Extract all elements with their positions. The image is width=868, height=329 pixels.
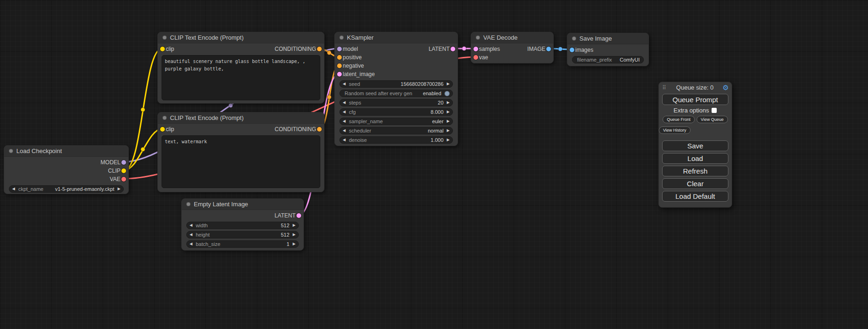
node-clip-text-encode-positive[interactable]: CLIP Text Encode (Prompt) clip CONDITION…	[157, 32, 325, 104]
drag-handle-icon[interactable]: ⠿	[662, 84, 666, 91]
increment-arrow-icon[interactable]: ▶	[447, 138, 450, 142]
input-slot-vae[interactable]	[473, 55, 478, 60]
settings-gear-icon[interactable]: ⚙	[723, 84, 729, 91]
widget-width[interactable]: ◀ width 512 ▶	[186, 222, 299, 229]
increment-arrow-icon[interactable]: ▶	[293, 233, 296, 237]
increment-arrow-icon[interactable]: ▶	[447, 101, 450, 105]
increment-arrow-icon[interactable]: ▶	[447, 129, 450, 133]
decrement-arrow-icon[interactable]: ◀	[190, 242, 192, 246]
node-clip-text-encode-negative[interactable]: CLIP Text Encode (Prompt) clip CONDITION…	[157, 112, 325, 192]
widget-scheduler[interactable]: ◀ scheduler normal ▶	[339, 127, 453, 134]
decrement-arrow-icon[interactable]: ◀	[190, 224, 192, 227]
view-history-button[interactable]: View History	[659, 126, 691, 134]
output-slot-latent[interactable]	[296, 213, 301, 218]
decrement-arrow-icon[interactable]: ◀	[343, 119, 346, 123]
widget-random-seed-toggle[interactable]: Random seed after every gen enabled	[339, 90, 453, 97]
node-graph-canvas[interactable]: Load Checkpoint MODEL CLIP VAE ◀ ckpt_na…	[0, 0, 868, 329]
output-slot-vae[interactable]	[121, 177, 126, 182]
decrement-arrow-icon[interactable]: ◀	[343, 82, 346, 86]
collapse-dot-icon[interactable]	[9, 149, 13, 153]
widget-sampler-name[interactable]: ◀ sampler_name euler ▶	[339, 118, 453, 125]
input-slot-negative[interactable]	[337, 63, 342, 68]
widget-label: steps	[349, 100, 361, 105]
decrement-arrow-icon[interactable]: ◀	[343, 138, 346, 142]
link-midpoint-dot	[229, 104, 233, 108]
queue-front-button[interactable]: Queue Front	[663, 116, 695, 123]
increment-arrow-icon[interactable]: ▶	[447, 119, 450, 123]
increment-arrow-icon[interactable]: ▶	[118, 187, 120, 191]
collapse-dot-icon[interactable]	[186, 202, 191, 206]
collapse-dot-icon[interactable]	[476, 35, 480, 40]
queue-panel-header: ⠿ Queue size: 0 ⚙	[659, 82, 732, 91]
node-title: KSampler	[347, 34, 374, 41]
node-load-checkpoint[interactable]: Load Checkpoint MODEL CLIP VAE ◀ ckpt_na…	[4, 145, 129, 194]
node-title-bar[interactable]: VAE Decode	[471, 32, 553, 43]
node-title-bar[interactable]: KSampler	[335, 32, 458, 43]
node-title-bar[interactable]: CLIP Text Encode (Prompt)	[158, 112, 324, 124]
input-slot-model[interactable]	[337, 47, 342, 51]
toggle-dot-icon[interactable]	[445, 91, 450, 96]
output-slot-clip[interactable]	[121, 168, 126, 173]
increment-arrow-icon[interactable]: ▶	[293, 242, 296, 246]
node-empty-latent-image[interactable]: Empty Latent Image LATENT ◀ width 512 ▶ …	[181, 198, 304, 251]
collapse-dot-icon[interactable]	[339, 35, 344, 40]
collapse-dot-icon[interactable]	[162, 35, 167, 40]
widget-value: 8.000	[430, 109, 444, 115]
widget-filename-prefix[interactable]: filename_prefix ComfyUI	[572, 56, 644, 63]
widget-seed[interactable]: ◀ seed 156680208700286 ▶	[339, 80, 453, 88]
view-queue-button[interactable]: View Queue	[697, 116, 728, 123]
input-slot-clip[interactable]	[160, 47, 165, 51]
decrement-arrow-icon[interactable]: ◀	[12, 187, 15, 191]
widget-label: width	[196, 223, 208, 228]
widget-label: seed	[349, 81, 360, 87]
input-slot-latent-image[interactable]	[337, 72, 342, 77]
input-slot-images[interactable]	[570, 48, 574, 52]
output-slot-conditioning[interactable]	[317, 47, 322, 51]
increment-arrow-icon[interactable]: ▶	[293, 224, 296, 227]
output-slot-conditioning[interactable]	[317, 127, 322, 132]
node-title-bar[interactable]: CLIP Text Encode (Prompt)	[158, 32, 324, 43]
node-ksampler[interactable]: KSampler model LATENT positive negative …	[334, 32, 458, 146]
input-slot-positive[interactable]	[337, 55, 342, 60]
decrement-arrow-icon[interactable]: ◀	[343, 101, 346, 105]
node-vae-decode[interactable]: VAE Decode samples IMAGE vae	[471, 32, 554, 63]
output-label-conditioning: CONDITIONING	[275, 46, 316, 52]
clear-button[interactable]: Clear	[662, 178, 728, 189]
queue-prompt-button[interactable]: Queue Prompt	[662, 94, 728, 105]
widget-ckpt-name[interactable]: ◀ ckpt_name v1-5-pruned-emaonly.ckpt ▶	[9, 185, 124, 193]
queue-small-buttons-row: Queue Front View Queue	[659, 116, 732, 123]
refresh-button[interactable]: Refresh	[662, 166, 728, 176]
link-midpoint-dot	[141, 108, 145, 112]
input-slot-samples[interactable]	[473, 47, 478, 51]
collapse-dot-icon[interactable]	[162, 116, 167, 120]
input-label-model: model	[343, 46, 358, 52]
extra-options-checkbox[interactable]	[712, 108, 717, 113]
input-slot-clip[interactable]	[160, 127, 165, 132]
widget-height[interactable]: ◀ height 512 ▶	[186, 231, 299, 238]
node-title-bar[interactable]: Save Image	[567, 33, 649, 44]
widget-batch-size[interactable]: ◀ batch_size 1 ▶	[186, 240, 299, 248]
prompt-textarea[interactable]: beautiful scenery nature glass bottle la…	[162, 55, 320, 100]
output-slot-latent[interactable]	[451, 47, 455, 51]
widget-denoise[interactable]: ◀ denoise 1.000 ▶	[339, 136, 453, 144]
load-button[interactable]: Load	[662, 153, 728, 164]
load-default-button[interactable]: Load Default	[662, 191, 728, 202]
increment-arrow-icon[interactable]: ▶	[447, 110, 450, 114]
output-slot-image[interactable]	[546, 47, 551, 51]
node-save-image[interactable]: Save Image images filename_prefix ComfyU…	[567, 33, 649, 66]
prompt-textarea[interactable]: text, watermark	[162, 135, 320, 188]
widget-label: scheduler	[349, 128, 371, 133]
node-title-bar[interactable]: Empty Latent Image	[182, 199, 303, 210]
output-label-model: MODEL	[100, 159, 120, 166]
node-title-bar[interactable]: Load Checkpoint	[4, 146, 128, 157]
output-slot-model[interactable]	[121, 160, 126, 165]
collapse-dot-icon[interactable]	[572, 36, 576, 41]
widget-cfg[interactable]: ◀ cfg 8.000 ▶	[339, 108, 453, 116]
decrement-arrow-icon[interactable]: ◀	[343, 129, 346, 133]
increment-arrow-icon[interactable]: ▶	[447, 82, 450, 86]
widget-steps[interactable]: ◀ steps 20 ▶	[339, 99, 453, 106]
decrement-arrow-icon[interactable]: ◀	[343, 110, 346, 114]
save-button[interactable]: Save	[662, 140, 728, 151]
slot-row: MODEL	[4, 158, 128, 167]
decrement-arrow-icon[interactable]: ◀	[190, 233, 192, 237]
